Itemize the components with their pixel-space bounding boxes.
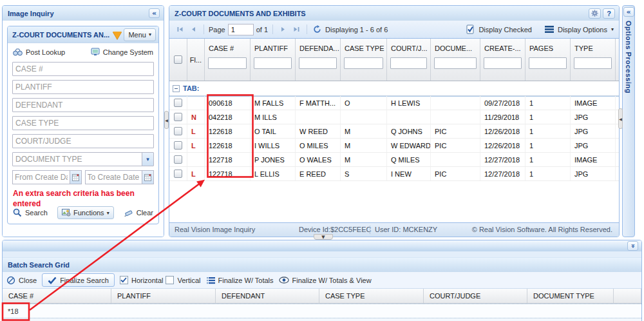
column-header[interactable] bbox=[169, 39, 187, 81]
case-type-input[interactable] bbox=[12, 116, 154, 130]
chevron-down-icon: ▾ bbox=[107, 210, 109, 216]
column-header[interactable]: DEFENDANT bbox=[216, 289, 319, 303]
row-checkbox[interactable] bbox=[174, 141, 182, 150]
collapse-bottom-button[interactable]: « bbox=[627, 241, 638, 251]
grid-cell: S bbox=[341, 167, 387, 180]
post-lookup-button[interactable]: Post Lookup bbox=[13, 48, 65, 56]
bottom-splitter-handle[interactable]: ▼ bbox=[314, 234, 333, 240]
expand-options-button[interactable]: « bbox=[623, 7, 634, 17]
grid-row[interactable]: L122718L ELLISE REEDSI NEWPIC12/27/20181… bbox=[169, 167, 619, 181]
display-checked-icon bbox=[466, 24, 475, 34]
column-header[interactable]: CASE # bbox=[3, 289, 111, 303]
right-splitter-handle[interactable]: ◀ bbox=[618, 108, 623, 129]
options-processing-title: Options Processing bbox=[625, 21, 632, 93]
column-header[interactable]: COURT/J... bbox=[387, 39, 431, 81]
column-filter-input[interactable] bbox=[254, 57, 292, 69]
horizontal-checkbox[interactable]: Horizontal bbox=[120, 276, 164, 284]
to-date-input[interactable] bbox=[86, 171, 142, 184]
refresh-button[interactable] bbox=[312, 24, 323, 35]
row-checkbox[interactable] bbox=[174, 99, 182, 107]
column-header[interactable]: Fl... bbox=[187, 39, 205, 81]
calendar-icon bbox=[72, 174, 79, 181]
change-system-button[interactable]: Change System bbox=[91, 48, 153, 56]
row-checkbox[interactable] bbox=[174, 155, 182, 164]
last-page-button[interactable] bbox=[291, 24, 302, 35]
check-icon bbox=[48, 277, 57, 284]
column-header[interactable]: CASE # bbox=[205, 39, 251, 81]
column-header-label: DOCUME... bbox=[431, 39, 480, 57]
row-checkbox[interactable] bbox=[174, 127, 182, 135]
row-checkbox[interactable] bbox=[174, 170, 182, 178]
column-header[interactable]: TYPE bbox=[571, 39, 616, 81]
column-filter-input[interactable] bbox=[574, 57, 612, 69]
column-filter-input[interactable] bbox=[208, 57, 247, 69]
grid-row[interactable]: N042218M ILLS11/29/20181JPG bbox=[169, 110, 619, 124]
column-header[interactable]: PAGES bbox=[526, 39, 571, 81]
first-page-button[interactable] bbox=[175, 24, 185, 35]
functions-button[interactable]: Functions ▾ bbox=[57, 206, 114, 219]
plaintiff-input[interactable] bbox=[12, 80, 154, 94]
grid-row[interactable]: L122618I WILLSO MILESMW EDWARDPIC12/26/2… bbox=[169, 139, 619, 153]
column-filter-input[interactable] bbox=[529, 57, 567, 69]
column-header[interactable]: PLANTIFF bbox=[251, 39, 296, 81]
column-header-label: PLANTIFF bbox=[251, 39, 295, 57]
document-type-select[interactable]: DOCUMENT TYPE ▾ bbox=[12, 152, 154, 166]
to-date-calendar-button[interactable] bbox=[142, 171, 153, 184]
defendant-input[interactable] bbox=[12, 98, 154, 112]
column-header[interactable]: DOCUME... bbox=[431, 39, 480, 81]
select-trigger-button[interactable]: ▾ bbox=[142, 153, 153, 166]
finalize-totals-button[interactable]: Finalize W/ Totals bbox=[206, 277, 274, 284]
court-judge-input[interactable] bbox=[12, 134, 154, 148]
menu-button[interactable]: Menu ▾ bbox=[124, 28, 156, 41]
grid-row[interactable]: 090618M FALLSF MATTH...OH LEWIS09/27/201… bbox=[169, 96, 619, 110]
next-page-icon bbox=[280, 26, 286, 32]
collapse-left-panel-button[interactable]: « bbox=[149, 8, 160, 18]
prev-page-button[interactable] bbox=[188, 24, 199, 35]
column-header[interactable]: DEFENDA... bbox=[296, 39, 341, 81]
column-filter-input[interactable] bbox=[344, 57, 383, 69]
batch-grid-row[interactable]: *18 bbox=[3, 304, 641, 318]
case-number-input[interactable] bbox=[12, 62, 154, 76]
image-inquiry-panel: Image Inquiry « Z-COURT DOCUMENTS AN... … bbox=[2, 5, 164, 237]
column-header[interactable]: CASE TYPE bbox=[341, 39, 387, 81]
finalize-search-button[interactable]: Finalize Search bbox=[42, 273, 115, 287]
from-date-input[interactable] bbox=[13, 171, 70, 184]
search-label: Search bbox=[25, 209, 48, 217]
group-collapse-icon[interactable] bbox=[173, 85, 180, 92]
column-header[interactable]: PLANTIFF bbox=[111, 289, 216, 303]
column-filter-input[interactable] bbox=[390, 57, 427, 69]
search-button[interactable]: Search bbox=[13, 208, 48, 217]
grid-cell: PIC bbox=[431, 167, 480, 180]
grid-cell: M bbox=[341, 124, 387, 138]
left-splitter-handle[interactable]: ◀ bbox=[164, 111, 169, 129]
next-page-button[interactable] bbox=[278, 24, 289, 35]
column-header-filler bbox=[614, 289, 641, 303]
column-header[interactable]: DOCUMENT TYPE bbox=[527, 289, 614, 303]
display-checked-button[interactable]: Display Checked bbox=[478, 26, 532, 34]
close-button[interactable]: Close bbox=[6, 276, 37, 285]
settings-gear-button[interactable] bbox=[589, 8, 601, 19]
header-checkbox[interactable] bbox=[174, 55, 182, 64]
grid-row[interactable]: 122718P JONESO WALESMQ MILES12/27/20181I… bbox=[169, 153, 619, 167]
page-number-input[interactable] bbox=[228, 24, 254, 35]
options-processing-panel: « Options Processing bbox=[622, 5, 635, 237]
column-filter-input[interactable] bbox=[299, 57, 337, 69]
batch-toolbar: Close Finalize Search Horizontal Vertica… bbox=[3, 272, 641, 289]
row-checkbox[interactable] bbox=[174, 113, 182, 121]
help-button[interactable]: ? bbox=[603, 8, 615, 19]
vertical-checkbox[interactable]: Vertical bbox=[166, 276, 200, 284]
column-header[interactable]: CREATE-... bbox=[480, 39, 526, 81]
finalize-search-label: Finalize Search bbox=[60, 277, 109, 284]
column-header[interactable]: COURT/JUDGE bbox=[424, 289, 527, 303]
grid-row[interactable]: L122618O TAILW REEDMQ JOHNSPIC12/26/2018… bbox=[169, 124, 619, 139]
clear-button[interactable]: Clear bbox=[124, 209, 153, 217]
last-page-icon bbox=[293, 26, 300, 32]
from-date-calendar-button[interactable] bbox=[70, 171, 81, 184]
display-options-button[interactable]: Display Options bbox=[558, 26, 607, 34]
column-header[interactable]: CASE TYPE bbox=[319, 289, 424, 303]
column-filter-input[interactable] bbox=[484, 57, 522, 69]
column-filter-input[interactable] bbox=[434, 57, 477, 69]
grid-cell bbox=[431, 96, 480, 110]
grid-cell: M bbox=[341, 153, 387, 166]
finalize-totals-view-button[interactable]: Finalize W/ Totals & View bbox=[279, 277, 372, 284]
